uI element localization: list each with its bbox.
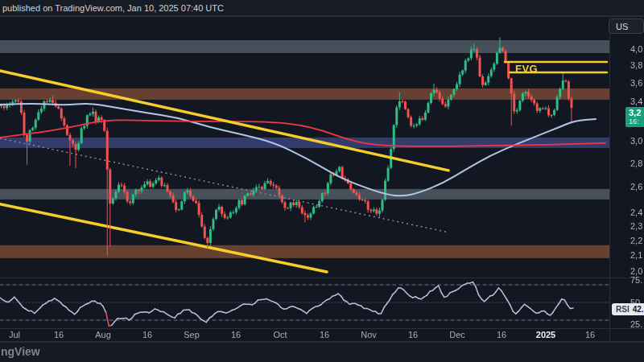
tradingview-logo-text: ngView bbox=[1, 345, 40, 358]
rsi-value-badge: RSI 42. bbox=[612, 303, 644, 315]
attribution-bar: published on TradingView.com, Jan 10, 20… bbox=[0, 0, 644, 16]
time-axis-label: 2025 bbox=[536, 330, 555, 339]
time-axis-label: Oct bbox=[273, 330, 287, 339]
price-axis-label: 2,1 bbox=[630, 250, 642, 260]
published-text: published on TradingView.com, Jan 10, 20… bbox=[2, 3, 224, 13]
price-axis-label: 4,0 bbox=[630, 44, 642, 54]
price-axis-label: 3,8 bbox=[630, 60, 642, 70]
fvg-annotation[interactable]: FVG bbox=[515, 63, 538, 75]
price-axis-label: 2,4 bbox=[630, 208, 642, 217]
time-axis-label: 16 bbox=[54, 330, 64, 339]
time-axis-label: 16 bbox=[231, 330, 241, 339]
price-axis-label: 2,8 bbox=[630, 158, 642, 168]
rsi-badge-value: 42. bbox=[633, 303, 644, 315]
time-axis-label: Sep bbox=[184, 330, 200, 339]
time-axis-label: 16 bbox=[408, 330, 418, 339]
time-axis-label: Aug bbox=[95, 330, 111, 339]
rsi-axis-label: 75. bbox=[630, 275, 642, 285]
time-axis-label: Jul bbox=[9, 330, 20, 339]
price-axis-label: 2,6 bbox=[630, 182, 642, 191]
rsi-badge-label: RSI bbox=[616, 303, 630, 315]
bar-countdown: 16: bbox=[629, 117, 644, 125]
time-axis-label: 16 bbox=[320, 330, 329, 339]
chart-window: published on TradingView.com, Jan 10, 20… bbox=[0, 0, 644, 362]
currency-button[interactable]: US bbox=[609, 19, 644, 34]
price-axis-label: 3,0 bbox=[630, 136, 642, 146]
time-axis-label: Nov bbox=[361, 330, 377, 339]
time-axis-label: 16 bbox=[142, 330, 152, 339]
time-axis-label: Dec bbox=[449, 330, 465, 339]
price-axis-label: 3,6 bbox=[630, 78, 642, 88]
price-axis-label: 3,4 bbox=[630, 97, 642, 106]
bottom-strip bbox=[0, 342, 644, 362]
time-axis-label: 16 bbox=[497, 330, 506, 339]
price-axis-label: 2,3 bbox=[630, 221, 642, 231]
last-price-badge: 3,2 16: bbox=[625, 107, 644, 127]
time-axis-label: 16 bbox=[585, 330, 595, 339]
rsi-axis-label: 25. bbox=[630, 319, 642, 329]
last-price-value: 3,2 bbox=[629, 108, 644, 117]
price-chart-canvas[interactable] bbox=[0, 0, 644, 362]
price-axis-label: 2,2 bbox=[630, 236, 642, 245]
